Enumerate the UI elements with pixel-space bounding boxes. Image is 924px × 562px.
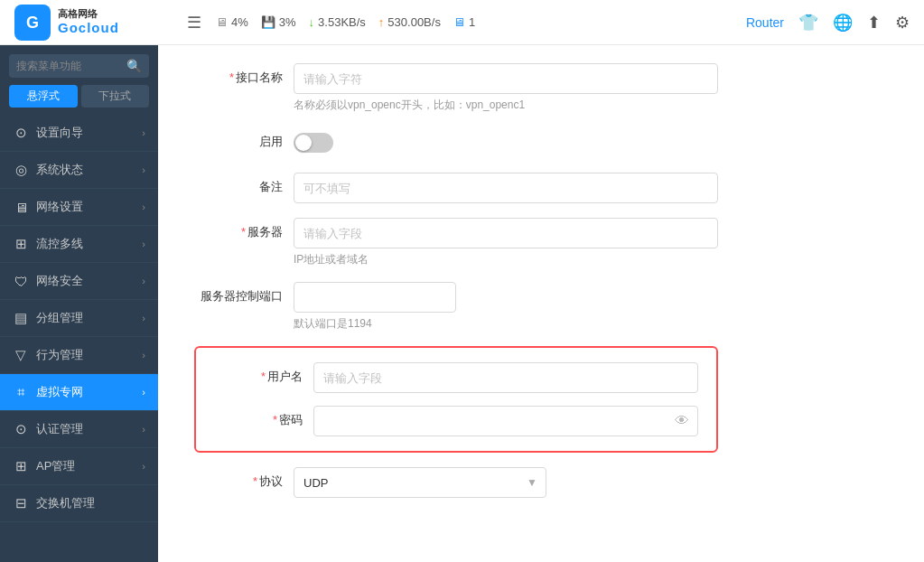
enable-row: 启用: [194, 127, 718, 158]
settings-icon[interactable]: ⚙: [895, 13, 910, 33]
remark-control: [294, 173, 718, 203]
upload-icon[interactable]: ⬆: [867, 13, 881, 33]
chevron-right-icon-5: ›: [142, 276, 145, 286]
cpu-value: 4%: [231, 15, 248, 29]
down-speed-stat: ↓ 3.53KB/s: [309, 15, 366, 29]
sidebar-item-network-settings[interactable]: 🖥 网络设置 ›: [0, 189, 158, 226]
sidebar-item-auth-mgmt-label: 认证管理: [36, 421, 142, 437]
globe-icon[interactable]: 🌐: [833, 13, 853, 33]
search-icon[interactable]: 🔍: [126, 59, 142, 73]
password-control: 👁: [313, 406, 698, 436]
protocol-control: UDP TCP ▼: [294, 467, 718, 498]
menu-toggle-icon[interactable]: ☰: [187, 13, 201, 33]
network-settings-icon: 🖥: [13, 200, 29, 215]
credentials-highlight-box: *用户名 *密码 👁: [194, 346, 718, 453]
logo-text: 高格网络 Gocloud: [58, 8, 119, 36]
sidebar-item-behavior-mgmt[interactable]: ▽ 行为管理 ›: [0, 337, 158, 374]
server-port-input[interactable]: 1194: [294, 282, 456, 313]
mem-value: 3%: [279, 15, 296, 29]
username-label: *用户名: [214, 362, 313, 385]
protocol-label: *协议: [194, 467, 294, 490]
interface-name-row: *接口名称 名称必须以vpn_openc开头，比如：vpn_openc1: [194, 63, 718, 113]
password-input[interactable]: [313, 406, 698, 436]
sidebar-item-traffic[interactable]: ⊞ 流控多线 ›: [0, 226, 158, 263]
svg-text:G: G: [26, 14, 39, 32]
auth-mgmt-icon: ⊙: [13, 421, 29, 437]
monitor-icon: 🖥: [453, 15, 465, 29]
server-control: IP地址或者域名: [294, 218, 718, 267]
sidebar-item-network-security[interactable]: 🛡 网络安全 ›: [0, 263, 158, 300]
behavior-mgmt-icon: ▽: [13, 347, 29, 363]
chevron-right-icon-4: ›: [142, 239, 145, 249]
shirt-icon[interactable]: 👕: [798, 13, 818, 33]
enable-label: 启用: [194, 127, 294, 150]
password-wrap: 👁: [313, 406, 698, 436]
sidebar-item-network-settings-label: 网络设置: [36, 199, 142, 215]
router-link[interactable]: Router: [746, 15, 784, 30]
required-star-2: *: [241, 225, 246, 239]
network-security-icon: 🛡: [13, 274, 29, 289]
sidebar-item-auth-mgmt[interactable]: ⊙ 认证管理 ›: [0, 411, 158, 448]
sidebar-item-switch-mgmt[interactable]: ⊟ 交换机管理: [0, 485, 158, 522]
protocol-row: *协议 UDP TCP ▼: [194, 467, 718, 498]
sidebar-item-setup-wizard[interactable]: ⊙ 设置向导 ›: [0, 115, 158, 152]
topbar-right: Router 👕 🌐 ⬆ ⚙: [746, 13, 910, 33]
required-star-3: *: [261, 370, 266, 383]
topbar-stats: 🖥 4% 💾 3% ↓ 3.53KB/s ↑ 530.00B/s 🖥 1: [216, 15, 732, 29]
interface-name-hint: 名称必须以vpn_openc开头，比如：vpn_openc1: [294, 98, 718, 113]
server-input[interactable]: [294, 218, 718, 248]
form-section: *接口名称 名称必须以vpn_openc开头，比如：vpn_openc1 启用: [194, 63, 718, 498]
server-label: *服务器: [194, 218, 294, 240]
search-input[interactable]: [16, 60, 126, 72]
sidebar-item-system-status[interactable]: ◎ 系统状态 ›: [0, 152, 158, 189]
required-star-5: *: [253, 474, 257, 488]
sidebar-item-group-mgmt-label: 分组管理: [36, 310, 142, 326]
vpn-icon: ⌗: [13, 384, 29, 400]
remark-row: 备注: [194, 173, 718, 203]
server-port-row: 服务器控制端口 1194 默认端口是1194: [194, 282, 718, 332]
mem-icon: 💾: [261, 15, 275, 29]
chevron-right-icon-6: ›: [142, 313, 145, 323]
tab-dropdown[interactable]: 下拉式: [81, 85, 150, 108]
main-content: *接口名称 名称必须以vpn_openc开头，比如：vpn_openc1 启用: [158, 45, 924, 562]
monitor-value: 1: [469, 15, 475, 29]
chevron-right-icon-3: ›: [142, 201, 145, 212]
remark-input[interactable]: [294, 173, 718, 203]
sidebar: 🔍 悬浮式 下拉式 ⊙ 设置向导 › ◎ 系统状态 › 🖥 网络设置 › ⊞ 流…: [0, 45, 158, 562]
layout: 🔍 悬浮式 下拉式 ⊙ 设置向导 › ◎ 系统状态 › 🖥 网络设置 › ⊞ 流…: [0, 45, 924, 562]
chevron-right-icon: ›: [142, 127, 145, 138]
logo-name2: Gocloud: [58, 20, 119, 36]
logo-icon: G: [14, 5, 51, 41]
tab-float[interactable]: 悬浮式: [9, 85, 78, 108]
interface-name-input[interactable]: [294, 63, 718, 94]
interface-name-control: 名称必须以vpn_openc开头，比如：vpn_openc1: [294, 63, 718, 113]
up-speed-value: 530.00B/s: [387, 15, 441, 29]
eye-icon[interactable]: 👁: [675, 413, 689, 429]
sidebar-item-ap-mgmt[interactable]: ⊞ AP管理 ›: [0, 448, 158, 485]
search-box: 🔍: [9, 54, 149, 78]
group-mgmt-icon: ▤: [13, 310, 29, 326]
username-input[interactable]: [313, 362, 698, 393]
logo-name1: 高格网络: [58, 8, 119, 20]
password-label: *密码: [214, 406, 313, 428]
required-star-1: *: [229, 70, 234, 84]
sidebar-item-group-mgmt[interactable]: ▤ 分组管理 ›: [0, 300, 158, 337]
sidebar-item-vpn[interactable]: ⌗ 虚拟专网 ›: [0, 374, 158, 411]
chevron-right-icon-2: ›: [142, 164, 145, 175]
interface-name-label: *接口名称: [194, 63, 294, 86]
sidebar-item-setup-wizard-label: 设置向导: [36, 125, 142, 141]
protocol-select[interactable]: UDP TCP: [294, 467, 546, 498]
topbar: G 高格网络 Gocloud ☰ 🖥 4% 💾 3% ↓ 3.53KB/s ↑ …: [0, 0, 924, 45]
username-row: *用户名: [214, 362, 698, 393]
logo-area: G 高格网络 Gocloud: [14, 5, 173, 41]
chevron-right-icon-9: ›: [142, 424, 145, 435]
chevron-right-icon-10: ›: [142, 461, 145, 472]
sidebar-item-ap-mgmt-label: AP管理: [36, 458, 142, 474]
monitor-stat: 🖥 1: [453, 15, 475, 29]
server-row: *服务器 IP地址或者域名: [194, 218, 718, 267]
enable-toggle[interactable]: [294, 133, 333, 153]
mem-stat: 💾 3%: [261, 15, 296, 29]
down-arrow-icon: ↓: [309, 15, 315, 29]
server-port-control: 1194 默认端口是1194: [294, 282, 718, 332]
sidebar-item-traffic-label: 流控多线: [36, 236, 142, 252]
